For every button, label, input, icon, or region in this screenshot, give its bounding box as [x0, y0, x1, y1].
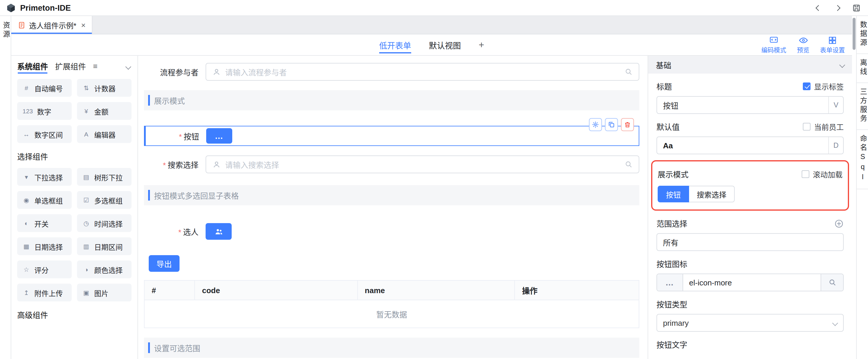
palette-item-radio-group[interactable]: ◉单选框组 [17, 191, 72, 209]
palette-item-editor[interactable]: A编辑器 [77, 125, 131, 143]
tab-default-view[interactable]: 默认视图 [429, 34, 461, 55]
section-collapse-icon[interactable] [839, 62, 845, 67]
code-mode-button[interactable]: 编码模式 [761, 36, 786, 54]
palette-item-date-picker[interactable]: ▦日期选择 [17, 237, 72, 255]
rail-tab-offline[interactable]: 离线 [857, 54, 868, 83]
palette-item-date-range[interactable]: ▥日期区间 [77, 237, 131, 255]
editor-view-tabs: 低开表单 默认视图 + [11, 34, 852, 55]
app-window: Primeton-IDE 资源 选人组件示例* × [0, 0, 868, 359]
tab-lowcode-form[interactable]: 低开表单 [379, 34, 411, 55]
app-logo-icon [6, 3, 16, 13]
participant-input[interactable]: 请输入流程参与者 [206, 63, 639, 81]
field-settings-button[interactable] [589, 118, 602, 131]
radio-group-icon: ◉ [23, 196, 30, 203]
scroll-load-checkbox[interactable]: 滚动加载 [802, 168, 842, 180]
icon-search-button[interactable] [820, 274, 843, 291]
form-settings-label: 表单设置 [820, 45, 845, 54]
group-selectable-range[interactable]: 设置可选范围 [144, 338, 639, 358]
palette-item-color-picker[interactable]: ◑颜色选择 [77, 260, 131, 278]
toggle-option-search-select[interactable]: 搜索选择 [689, 186, 735, 202]
palette-collapse-icon[interactable] [126, 61, 131, 70]
palette-item-checkbox-group[interactable]: ☑多选框组 [77, 191, 131, 209]
prop-row-button-icon: 按钮图标 [656, 258, 844, 269]
palette-item-autonumber[interactable]: #自动编号 [17, 79, 72, 97]
rail-tab-label: 数据源 [859, 21, 866, 48]
palette-item-label: 评分 [34, 264, 49, 274]
nav-back-icon[interactable] [813, 3, 823, 12]
palette-item-switch[interactable]: ◐开关 [17, 214, 72, 232]
add-range-button[interactable] [834, 219, 844, 228]
variable-bind-button[interactable]: V [828, 97, 843, 113]
prop-label-button-text: 按钮文字 [656, 339, 687, 350]
data-bind-button[interactable]: D [828, 137, 843, 154]
palette-item-number[interactable]: 123数字 [17, 102, 72, 120]
add-view-tab[interactable]: + [479, 34, 484, 55]
field-delete-button[interactable] [621, 118, 634, 131]
button-type-select[interactable]: primary [656, 314, 844, 332]
palette-item-time-picker[interactable]: ◷时间选择 [77, 214, 131, 232]
palette-item-counter[interactable]: ⇅计数器 [77, 79, 131, 97]
vertical-scrollbar[interactable] [852, 16, 856, 359]
field-process-participant[interactable]: 流程参与者 请输入流程参与者 [144, 63, 639, 81]
palette-item-label: 时间选择 [94, 218, 123, 228]
checkbox-label: 当前员工 [814, 121, 844, 132]
save-icon[interactable] [851, 3, 861, 12]
palette-item-tree-dropdown[interactable]: ▤树形下拉 [77, 168, 131, 186]
palette-item-money[interactable]: ¥金额 [77, 102, 131, 120]
palette-item-rate[interactable]: ☆评分 [17, 260, 72, 278]
prop-row-range: 范围选择 [656, 218, 844, 229]
search-select-placeholder: 请输入搜索选择 [225, 159, 279, 170]
editor-header: 低开表单 默认视图 + 编码模式 预览 [11, 34, 852, 56]
export-button[interactable]: 导出 [149, 255, 180, 272]
tab-close-icon[interactable]: × [81, 21, 86, 29]
rail-tab-named-sql[interactable]: 命名Sql [857, 130, 868, 189]
field-button-selected[interactable]: *按钮 … [144, 126, 639, 146]
checkbox-group-icon: ☑ [82, 196, 90, 203]
palette-item-number-range[interactable]: ↔数字区间 [17, 125, 72, 143]
show-label-checkbox[interactable]: 显示标签 [803, 81, 844, 92]
scrollbar-thumb[interactable] [852, 18, 856, 50]
field-people-picker[interactable]: *选人 [144, 223, 639, 240]
default-value-input[interactable]: Aa D [656, 136, 844, 154]
palette-item-dropdown[interactable]: ▾下拉选择 [17, 168, 72, 186]
field-copy-button[interactable] [605, 118, 618, 131]
number-icon: 123 [23, 107, 33, 114]
field-search-select[interactable]: *搜索选择 请输入搜索选择 [144, 156, 639, 173]
palette-tabs: 系统组件 扩展组件 ≡ [11, 56, 137, 76]
palette-item-image[interactable]: ▣图片 [77, 284, 131, 301]
date-picker-icon: ▦ [23, 243, 30, 250]
palette-item-upload[interactable]: ↥附件上传 [17, 284, 72, 301]
table-header-code: code [195, 281, 358, 300]
result-table: # code name 操作 暂无数据 [144, 280, 639, 328]
people-picker-button[interactable] [206, 223, 232, 240]
editor-icon: A [82, 131, 90, 138]
search-select-input[interactable]: 请输入搜索选择 [206, 156, 639, 173]
left-rail-resources-tab[interactable]: 资源 [1, 21, 9, 39]
title-input[interactable]: 按钮 V [656, 96, 844, 114]
palette-item-label: 颜色选择 [94, 264, 123, 274]
range-select-input[interactable]: 所有 [656, 233, 844, 251]
required-mark: * [178, 227, 181, 237]
preview-button[interactable]: 预览 [797, 36, 809, 54]
group-subtable[interactable]: 按钮模式多选回显子表格 [144, 185, 639, 205]
right-rail: 数据源 离线 三方服务 命名Sql [856, 16, 868, 359]
tab-system-components[interactable]: 系统组件 [17, 56, 48, 76]
palette-menu-icon[interactable]: ≡ [93, 61, 97, 70]
nav-forward-icon[interactable] [832, 3, 842, 12]
rail-tab-datasource[interactable]: 数据源 [857, 16, 868, 54]
current-employee-checkbox[interactable]: 当前员工 [803, 121, 844, 132]
button-field-preview[interactable]: … [206, 128, 232, 144]
rail-tab-third-party[interactable]: 三方服务 [857, 83, 868, 130]
table-header-actions: 操作 [515, 281, 639, 300]
group-title: 设置可选范围 [154, 342, 200, 353]
doc-tab-active[interactable]: 选人组件示例* × [11, 16, 93, 34]
toggle-option-button[interactable]: 按钮 [658, 186, 689, 202]
group-display-mode[interactable]: 展示模式 [144, 90, 639, 110]
participant-placeholder: 请输入流程参与者 [225, 66, 287, 78]
tab-extension-components[interactable]: 扩展组件 [55, 56, 86, 76]
code-mode-icon [769, 36, 778, 45]
form-settings-button[interactable]: 表单设置 [820, 36, 845, 54]
props-section-basic[interactable]: 基础 [648, 56, 852, 74]
button-icon-input[interactable]: … el-icon-more [656, 274, 844, 292]
prop-label-button-type: 按钮类型 [656, 299, 687, 310]
